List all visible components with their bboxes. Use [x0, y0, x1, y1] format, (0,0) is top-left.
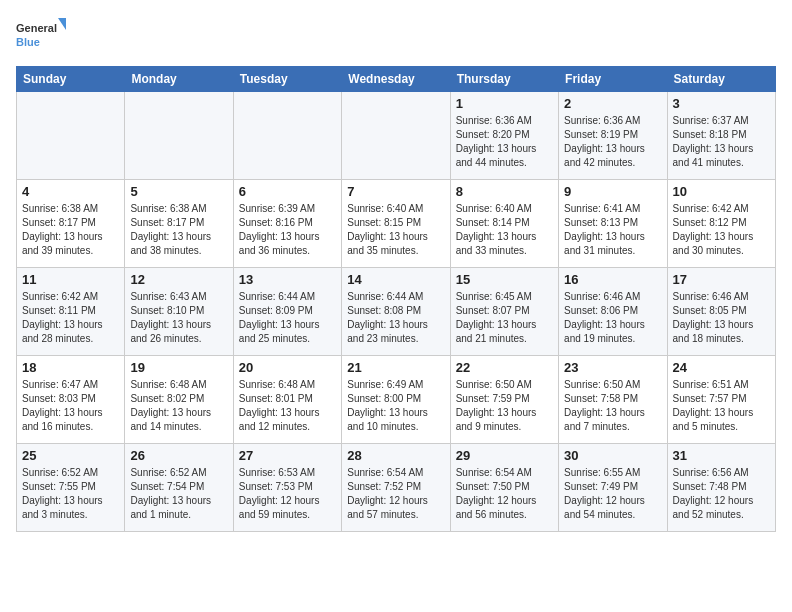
day-number: 22	[456, 360, 553, 375]
col-header-sunday: Sunday	[17, 67, 125, 92]
logo-svg: General Blue	[16, 16, 66, 56]
calendar-table: SundayMondayTuesdayWednesdayThursdayFrid…	[16, 66, 776, 532]
day-number: 29	[456, 448, 553, 463]
cell-info: Sunrise: 6:46 AM Sunset: 8:06 PM Dayligh…	[564, 290, 661, 346]
calendar-week-2: 4Sunrise: 6:38 AM Sunset: 8:17 PM Daylig…	[17, 180, 776, 268]
calendar-cell: 9Sunrise: 6:41 AM Sunset: 8:13 PM Daylig…	[559, 180, 667, 268]
cell-info: Sunrise: 6:48 AM Sunset: 8:01 PM Dayligh…	[239, 378, 336, 434]
day-number: 27	[239, 448, 336, 463]
calendar-cell: 7Sunrise: 6:40 AM Sunset: 8:15 PM Daylig…	[342, 180, 450, 268]
cell-info: Sunrise: 6:51 AM Sunset: 7:57 PM Dayligh…	[673, 378, 770, 434]
cell-info: Sunrise: 6:40 AM Sunset: 8:15 PM Dayligh…	[347, 202, 444, 258]
cell-info: Sunrise: 6:49 AM Sunset: 8:00 PM Dayligh…	[347, 378, 444, 434]
calendar-cell: 8Sunrise: 6:40 AM Sunset: 8:14 PM Daylig…	[450, 180, 558, 268]
cell-info: Sunrise: 6:54 AM Sunset: 7:52 PM Dayligh…	[347, 466, 444, 522]
day-number: 11	[22, 272, 119, 287]
cell-info: Sunrise: 6:47 AM Sunset: 8:03 PM Dayligh…	[22, 378, 119, 434]
calendar-cell: 20Sunrise: 6:48 AM Sunset: 8:01 PM Dayli…	[233, 356, 341, 444]
calendar-cell: 4Sunrise: 6:38 AM Sunset: 8:17 PM Daylig…	[17, 180, 125, 268]
day-number: 15	[456, 272, 553, 287]
calendar-week-4: 18Sunrise: 6:47 AM Sunset: 8:03 PM Dayli…	[17, 356, 776, 444]
calendar-cell: 30Sunrise: 6:55 AM Sunset: 7:49 PM Dayli…	[559, 444, 667, 532]
calendar-cell: 22Sunrise: 6:50 AM Sunset: 7:59 PM Dayli…	[450, 356, 558, 444]
day-number: 5	[130, 184, 227, 199]
day-number: 1	[456, 96, 553, 111]
calendar-cell	[233, 92, 341, 180]
svg-marker-1	[58, 18, 66, 30]
day-number: 4	[22, 184, 119, 199]
calendar-cell: 5Sunrise: 6:38 AM Sunset: 8:17 PM Daylig…	[125, 180, 233, 268]
calendar-cell: 24Sunrise: 6:51 AM Sunset: 7:57 PM Dayli…	[667, 356, 775, 444]
cell-info: Sunrise: 6:45 AM Sunset: 8:07 PM Dayligh…	[456, 290, 553, 346]
calendar-cell: 19Sunrise: 6:48 AM Sunset: 8:02 PM Dayli…	[125, 356, 233, 444]
calendar-cell: 26Sunrise: 6:52 AM Sunset: 7:54 PM Dayli…	[125, 444, 233, 532]
calendar-cell: 10Sunrise: 6:42 AM Sunset: 8:12 PM Dayli…	[667, 180, 775, 268]
col-header-friday: Friday	[559, 67, 667, 92]
calendar-cell: 15Sunrise: 6:45 AM Sunset: 8:07 PM Dayli…	[450, 268, 558, 356]
cell-info: Sunrise: 6:42 AM Sunset: 8:12 PM Dayligh…	[673, 202, 770, 258]
cell-info: Sunrise: 6:48 AM Sunset: 8:02 PM Dayligh…	[130, 378, 227, 434]
cell-info: Sunrise: 6:52 AM Sunset: 7:54 PM Dayligh…	[130, 466, 227, 522]
calendar-cell: 16Sunrise: 6:46 AM Sunset: 8:06 PM Dayli…	[559, 268, 667, 356]
cell-info: Sunrise: 6:36 AM Sunset: 8:19 PM Dayligh…	[564, 114, 661, 170]
cell-info: Sunrise: 6:50 AM Sunset: 7:59 PM Dayligh…	[456, 378, 553, 434]
calendar-cell: 17Sunrise: 6:46 AM Sunset: 8:05 PM Dayli…	[667, 268, 775, 356]
page-header: General Blue	[16, 16, 776, 56]
cell-info: Sunrise: 6:42 AM Sunset: 8:11 PM Dayligh…	[22, 290, 119, 346]
day-number: 26	[130, 448, 227, 463]
logo: General Blue	[16, 16, 66, 56]
col-header-wednesday: Wednesday	[342, 67, 450, 92]
day-number: 14	[347, 272, 444, 287]
cell-info: Sunrise: 6:41 AM Sunset: 8:13 PM Dayligh…	[564, 202, 661, 258]
calendar-cell: 6Sunrise: 6:39 AM Sunset: 8:16 PM Daylig…	[233, 180, 341, 268]
calendar-cell	[125, 92, 233, 180]
cell-info: Sunrise: 6:36 AM Sunset: 8:20 PM Dayligh…	[456, 114, 553, 170]
col-header-saturday: Saturday	[667, 67, 775, 92]
day-number: 16	[564, 272, 661, 287]
calendar-week-3: 11Sunrise: 6:42 AM Sunset: 8:11 PM Dayli…	[17, 268, 776, 356]
cell-info: Sunrise: 6:53 AM Sunset: 7:53 PM Dayligh…	[239, 466, 336, 522]
calendar-cell: 29Sunrise: 6:54 AM Sunset: 7:50 PM Dayli…	[450, 444, 558, 532]
day-number: 25	[22, 448, 119, 463]
calendar-week-5: 25Sunrise: 6:52 AM Sunset: 7:55 PM Dayli…	[17, 444, 776, 532]
day-number: 7	[347, 184, 444, 199]
cell-info: Sunrise: 6:46 AM Sunset: 8:05 PM Dayligh…	[673, 290, 770, 346]
calendar-cell: 21Sunrise: 6:49 AM Sunset: 8:00 PM Dayli…	[342, 356, 450, 444]
day-number: 19	[130, 360, 227, 375]
day-number: 13	[239, 272, 336, 287]
day-number: 18	[22, 360, 119, 375]
calendar-cell	[17, 92, 125, 180]
day-number: 21	[347, 360, 444, 375]
day-number: 31	[673, 448, 770, 463]
calendar-cell: 23Sunrise: 6:50 AM Sunset: 7:58 PM Dayli…	[559, 356, 667, 444]
calendar-cell: 13Sunrise: 6:44 AM Sunset: 8:09 PM Dayli…	[233, 268, 341, 356]
calendar-cell	[342, 92, 450, 180]
cell-info: Sunrise: 6:43 AM Sunset: 8:10 PM Dayligh…	[130, 290, 227, 346]
calendar-header-row: SundayMondayTuesdayWednesdayThursdayFrid…	[17, 67, 776, 92]
calendar-cell: 1Sunrise: 6:36 AM Sunset: 8:20 PM Daylig…	[450, 92, 558, 180]
day-number: 23	[564, 360, 661, 375]
day-number: 3	[673, 96, 770, 111]
day-number: 28	[347, 448, 444, 463]
cell-info: Sunrise: 6:55 AM Sunset: 7:49 PM Dayligh…	[564, 466, 661, 522]
cell-info: Sunrise: 6:52 AM Sunset: 7:55 PM Dayligh…	[22, 466, 119, 522]
calendar-week-1: 1Sunrise: 6:36 AM Sunset: 8:20 PM Daylig…	[17, 92, 776, 180]
calendar-cell: 11Sunrise: 6:42 AM Sunset: 8:11 PM Dayli…	[17, 268, 125, 356]
cell-info: Sunrise: 6:37 AM Sunset: 8:18 PM Dayligh…	[673, 114, 770, 170]
day-number: 8	[456, 184, 553, 199]
cell-info: Sunrise: 6:56 AM Sunset: 7:48 PM Dayligh…	[673, 466, 770, 522]
calendar-cell: 2Sunrise: 6:36 AM Sunset: 8:19 PM Daylig…	[559, 92, 667, 180]
col-header-thursday: Thursday	[450, 67, 558, 92]
cell-info: Sunrise: 6:44 AM Sunset: 8:09 PM Dayligh…	[239, 290, 336, 346]
calendar-cell: 28Sunrise: 6:54 AM Sunset: 7:52 PM Dayli…	[342, 444, 450, 532]
day-number: 2	[564, 96, 661, 111]
calendar-cell: 27Sunrise: 6:53 AM Sunset: 7:53 PM Dayli…	[233, 444, 341, 532]
day-number: 17	[673, 272, 770, 287]
day-number: 9	[564, 184, 661, 199]
calendar-cell: 25Sunrise: 6:52 AM Sunset: 7:55 PM Dayli…	[17, 444, 125, 532]
col-header-tuesday: Tuesday	[233, 67, 341, 92]
cell-info: Sunrise: 6:50 AM Sunset: 7:58 PM Dayligh…	[564, 378, 661, 434]
cell-info: Sunrise: 6:44 AM Sunset: 8:08 PM Dayligh…	[347, 290, 444, 346]
col-header-monday: Monday	[125, 67, 233, 92]
day-number: 20	[239, 360, 336, 375]
